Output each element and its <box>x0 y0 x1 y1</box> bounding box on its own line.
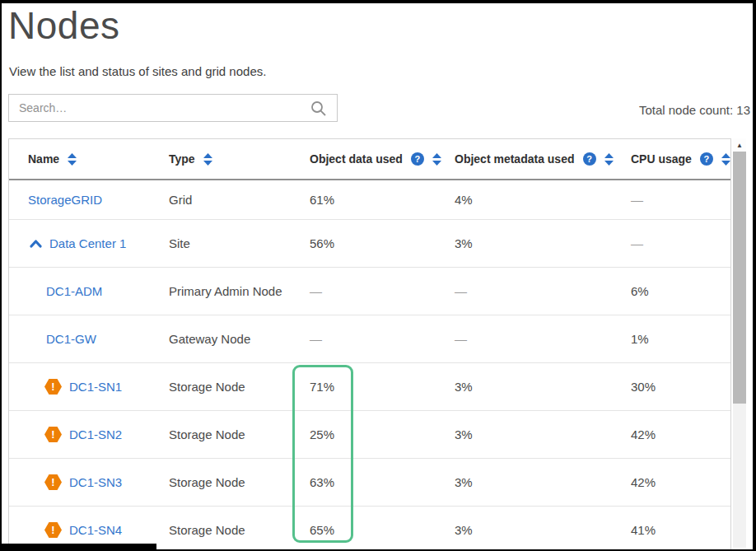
warning-icon: ! <box>44 427 62 442</box>
column-label: Object data used <box>310 152 403 166</box>
scrollbar-track[interactable] <box>733 404 746 548</box>
node-link[interactable]: DC1-SN3 <box>69 475 122 489</box>
object-metadata-used-value: 3% <box>455 236 631 250</box>
node-link[interactable]: DC1-SN2 <box>69 427 122 441</box>
window-border-top <box>0 0 756 3</box>
node-link[interactable]: DC1-ADM <box>46 284 102 298</box>
node-link[interactable]: DC1-SN4 <box>69 523 122 537</box>
column-label: Name <box>28 152 59 166</box>
window-border-left <box>0 0 2 551</box>
object-data-used-value: 63% <box>310 475 455 489</box>
table-header-row: Name Type Object data used ? Object met <box>9 139 730 180</box>
scrollbar-thumb[interactable] <box>733 152 746 404</box>
node-type: Gateway Node <box>169 332 310 346</box>
table-row: StorageGRID Grid 61% 4% — <box>9 180 730 220</box>
node-link[interactable]: Data Center 1 <box>49 236 126 250</box>
sort-icon[interactable] <box>604 153 614 166</box>
page-subtitle: View the list and status of sites and gr… <box>9 64 266 78</box>
column-header[interactable]: Name <box>9 152 169 166</box>
node-type: Grid <box>169 193 310 207</box>
object-data-used-value: 65% <box>310 523 455 537</box>
cpu-usage-value: 6% <box>631 284 730 298</box>
node-type: Storage Node <box>169 427 310 441</box>
object-data-used-value: 25% <box>310 427 455 441</box>
warning-icon: ! <box>44 379 62 395</box>
column-label: CPU usage <box>631 152 692 166</box>
window-border-right <box>753 0 756 551</box>
node-type: Storage Node <box>169 523 310 537</box>
window-border-bottom-bar <box>0 544 156 551</box>
sort-icon[interactable] <box>68 153 77 166</box>
table-body: StorageGRID Grid 61% 4% — Data Center 1 … <box>9 180 730 551</box>
app-window: Nodes View the list and status of sites … <box>0 0 756 551</box>
object-metadata-used-value: 4% <box>455 193 631 207</box>
help-icon[interactable]: ? <box>700 152 713 166</box>
page-title: Nodes <box>8 3 119 48</box>
cpu-usage-value: — <box>631 236 730 250</box>
object-data-used-value: — <box>310 284 455 298</box>
cpu-usage-value: 42% <box>631 475 730 489</box>
search-box <box>8 94 338 122</box>
object-data-used-value: 61% <box>310 193 455 207</box>
node-type: Storage Node <box>169 380 310 394</box>
node-type: Storage Node <box>169 475 310 489</box>
object-metadata-used-value: 3% <box>455 427 631 441</box>
warning-icon: ! <box>44 474 62 490</box>
help-icon[interactable]: ? <box>583 152 596 166</box>
column-label: Type <box>169 152 195 166</box>
node-type: Primary Admin Node <box>169 284 310 298</box>
table-row: Data Center 1 Site 56% 3% — <box>9 220 730 268</box>
total-node-count: Total node count: 13 <box>639 103 750 117</box>
cpu-usage-value: 30% <box>631 380 730 394</box>
scrollbar[interactable]: ▲ <box>733 138 746 548</box>
sort-icon[interactable] <box>432 153 441 166</box>
nodes-table: Name Type Object data used ? Object met <box>8 138 731 551</box>
object-data-used-value: 71% <box>310 380 455 394</box>
table-row: ! DC1-SN3 Storage Node 63% 3% 42% <box>9 459 730 507</box>
column-label: Object metadata used <box>455 152 575 166</box>
object-metadata-used-value: — <box>455 332 631 346</box>
warning-icon: ! <box>44 522 62 538</box>
sort-icon[interactable] <box>721 153 730 166</box>
column-header[interactable]: Object data used ? <box>310 152 455 166</box>
object-metadata-used-value: 3% <box>455 380 631 394</box>
node-link[interactable]: StorageGRID <box>28 193 102 207</box>
table-row: ! DC1-SN2 Storage Node 25% 3% 42% <box>9 411 730 459</box>
table-row: ! DC1-SN1 Storage Node 71% 3% 30% <box>9 363 730 411</box>
cpu-usage-value: 42% <box>631 427 730 441</box>
scroll-up-button[interactable]: ▲ <box>733 138 746 152</box>
column-header[interactable]: CPU usage ? <box>631 152 730 166</box>
node-link[interactable]: DC1-SN1 <box>69 380 122 394</box>
search-input[interactable] <box>9 95 337 121</box>
search-icon <box>310 100 327 117</box>
column-header[interactable]: Type <box>169 152 310 166</box>
table-row: DC1-GW Gateway Node — — 1% <box>9 315 730 363</box>
cpu-usage-value: 1% <box>631 332 730 346</box>
help-icon[interactable]: ? <box>411 152 424 166</box>
node-type: Site <box>169 236 310 250</box>
object-metadata-used-value: — <box>455 284 631 298</box>
sort-icon[interactable] <box>203 153 212 166</box>
cpu-usage-value: 41% <box>631 523 730 537</box>
scroll-up-icon: ▲ <box>736 142 743 149</box>
collapse-chevron-icon[interactable] <box>30 240 42 248</box>
object-data-used-value: — <box>310 332 455 346</box>
object-data-used-value: 56% <box>310 236 455 250</box>
node-link[interactable]: DC1-GW <box>46 332 96 346</box>
object-metadata-used-value: 3% <box>455 523 631 537</box>
cpu-usage-value: — <box>631 193 730 207</box>
object-metadata-used-value: 3% <box>455 475 631 489</box>
table-row: DC1-ADM Primary Admin Node — — 6% <box>9 268 730 315</box>
column-header[interactable]: Object metadata used ? <box>455 152 631 166</box>
